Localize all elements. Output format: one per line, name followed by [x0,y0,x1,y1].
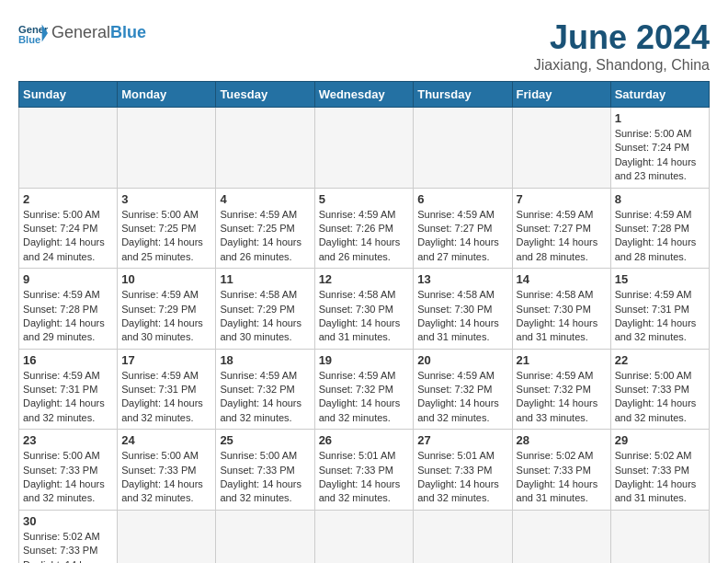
calendar-day-cell: 13Sunrise: 4:58 AMSunset: 7:30 PMDayligh… [414,269,512,350]
calendar-day-cell: 1Sunrise: 5:00 AMSunset: 7:24 PMDaylight… [610,108,709,189]
calendar-day-cell: 16Sunrise: 4:59 AMSunset: 7:31 PMDayligh… [19,349,118,430]
day-number: 16 [23,353,113,367]
calendar-day-cell: 4Sunrise: 4:59 AMSunset: 7:25 PMDaylight… [216,188,314,269]
calendar-day-cell: 12Sunrise: 4:58 AMSunset: 7:30 PMDayligh… [314,269,414,350]
day-info: Sunrise: 4:59 AMSunset: 7:26 PMDaylight:… [319,208,410,265]
calendar-day-cell [512,510,610,563]
calendar-week-row: 30Sunrise: 5:02 AMSunset: 7:33 PMDayligh… [19,510,710,563]
day-number: 5 [319,192,410,206]
weekday-header-saturday: Saturday [610,82,709,108]
calendar-day-cell: 26Sunrise: 5:01 AMSunset: 7:33 PMDayligh… [314,430,414,511]
calendar-day-cell: 3Sunrise: 5:00 AMSunset: 7:25 PMDaylight… [118,188,216,269]
day-number: 20 [417,353,507,367]
day-info: Sunrise: 5:00 AMSunset: 7:25 PMDaylight:… [121,208,211,265]
day-number: 25 [220,433,310,447]
calendar-day-cell: 30Sunrise: 5:02 AMSunset: 7:33 PMDayligh… [19,510,118,563]
calendar-day-cell [512,108,610,189]
day-number: 17 [121,353,211,367]
calendar-week-row: 23Sunrise: 5:00 AMSunset: 7:33 PMDayligh… [19,430,710,511]
calendar-day-cell: 11Sunrise: 4:58 AMSunset: 7:29 PMDayligh… [216,269,314,350]
calendar-day-cell: 29Sunrise: 5:02 AMSunset: 7:33 PMDayligh… [610,430,709,511]
page-header: General Blue GeneralBlue June 2024 Jiaxi… [18,18,710,74]
day-number: 24 [121,433,211,447]
day-info: Sunrise: 5:01 AMSunset: 7:33 PMDaylight:… [417,449,507,506]
calendar-week-row: 9Sunrise: 4:59 AMSunset: 7:28 PMDaylight… [19,269,710,350]
weekday-header-thursday: Thursday [414,82,512,108]
calendar-day-cell [314,108,414,189]
day-number: 27 [417,433,507,447]
calendar-day-cell: 25Sunrise: 5:00 AMSunset: 7:33 PMDayligh… [216,430,314,511]
day-info: Sunrise: 4:59 AMSunset: 7:27 PMDaylight:… [517,208,607,265]
calendar-day-cell: 23Sunrise: 5:00 AMSunset: 7:33 PMDayligh… [19,430,118,511]
calendar-week-row: 2Sunrise: 5:00 AMSunset: 7:24 PMDaylight… [19,188,710,269]
calendar-day-cell: 20Sunrise: 4:59 AMSunset: 7:32 PMDayligh… [414,349,512,430]
day-info: Sunrise: 4:58 AMSunset: 7:30 PMDaylight:… [517,288,607,345]
day-info: Sunrise: 5:00 AMSunset: 7:33 PMDaylight:… [121,449,211,506]
day-number: 10 [121,272,211,286]
day-info: Sunrise: 5:02 AMSunset: 7:33 PMDaylight:… [615,449,705,506]
logo: General Blue GeneralBlue [18,18,146,48]
day-info: Sunrise: 5:00 AMSunset: 7:33 PMDaylight:… [615,369,705,426]
day-number: 12 [319,272,410,286]
day-info: Sunrise: 4:58 AMSunset: 7:29 PMDaylight:… [220,288,310,345]
day-number: 30 [23,514,113,528]
month-title: June 2024 [534,18,710,57]
title-block: June 2024 Jiaxiang, Shandong, China [534,18,710,74]
day-info: Sunrise: 4:59 AMSunset: 7:25 PMDaylight:… [220,208,310,265]
day-info: Sunrise: 5:00 AMSunset: 7:24 PMDaylight:… [23,208,113,265]
day-info: Sunrise: 4:59 AMSunset: 7:28 PMDaylight:… [615,208,705,265]
calendar-day-cell: 8Sunrise: 4:59 AMSunset: 7:28 PMDaylight… [610,188,709,269]
day-number: 21 [517,353,607,367]
day-info: Sunrise: 4:59 AMSunset: 7:31 PMDaylight:… [121,369,211,426]
day-info: Sunrise: 4:59 AMSunset: 7:32 PMDaylight:… [517,369,607,426]
weekday-header-wednesday: Wednesday [314,82,414,108]
calendar-day-cell: 2Sunrise: 5:00 AMSunset: 7:24 PMDaylight… [19,188,118,269]
day-info: Sunrise: 5:00 AMSunset: 7:24 PMDaylight:… [615,127,705,184]
day-info: Sunrise: 4:59 AMSunset: 7:31 PMDaylight:… [615,288,705,345]
day-number: 28 [517,433,607,447]
calendar-day-cell: 10Sunrise: 4:59 AMSunset: 7:29 PMDayligh… [118,269,216,350]
day-info: Sunrise: 4:59 AMSunset: 7:29 PMDaylight:… [121,288,211,345]
day-number: 15 [615,272,705,286]
day-number: 11 [220,272,310,286]
day-info: Sunrise: 4:59 AMSunset: 7:27 PMDaylight:… [417,208,507,265]
weekday-header-friday: Friday [512,82,610,108]
weekday-header-tuesday: Tuesday [216,82,314,108]
calendar-day-cell: 14Sunrise: 4:58 AMSunset: 7:30 PMDayligh… [512,269,610,350]
calendar-day-cell: 22Sunrise: 5:00 AMSunset: 7:33 PMDayligh… [610,349,709,430]
day-number: 19 [319,353,410,367]
weekday-header-row: SundayMondayTuesdayWednesdayThursdayFrid… [19,82,710,108]
day-info: Sunrise: 5:02 AMSunset: 7:33 PMDaylight:… [517,449,607,506]
calendar-week-row: 16Sunrise: 4:59 AMSunset: 7:31 PMDayligh… [19,349,710,430]
calendar-day-cell: 27Sunrise: 5:01 AMSunset: 7:33 PMDayligh… [414,430,512,511]
day-info: Sunrise: 5:00 AMSunset: 7:33 PMDaylight:… [23,449,113,506]
day-number: 6 [417,192,507,206]
calendar-day-cell: 6Sunrise: 4:59 AMSunset: 7:27 PMDaylight… [414,188,512,269]
calendar-day-cell: 19Sunrise: 4:59 AMSunset: 7:32 PMDayligh… [314,349,414,430]
day-info: Sunrise: 5:02 AMSunset: 7:33 PMDaylight:… [23,530,113,563]
day-info: Sunrise: 5:00 AMSunset: 7:33 PMDaylight:… [220,449,310,506]
calendar-day-cell: 24Sunrise: 5:00 AMSunset: 7:33 PMDayligh… [118,430,216,511]
calendar-day-cell: 15Sunrise: 4:59 AMSunset: 7:31 PMDayligh… [610,269,709,350]
calendar-day-cell [414,510,512,563]
calendar-day-cell: 28Sunrise: 5:02 AMSunset: 7:33 PMDayligh… [512,430,610,511]
calendar-day-cell [610,510,709,563]
calendar-day-cell: 7Sunrise: 4:59 AMSunset: 7:27 PMDaylight… [512,188,610,269]
calendar-week-row: 1Sunrise: 5:00 AMSunset: 7:24 PMDaylight… [19,108,710,189]
calendar-day-cell: 18Sunrise: 4:59 AMSunset: 7:32 PMDayligh… [216,349,314,430]
day-info: Sunrise: 4:59 AMSunset: 7:32 PMDaylight:… [220,369,310,426]
calendar-day-cell [19,108,118,189]
day-info: Sunrise: 4:59 AMSunset: 7:31 PMDaylight:… [23,369,113,426]
calendar-day-cell [216,510,314,563]
day-number: 22 [615,353,705,367]
day-number: 4 [220,192,310,206]
day-info: Sunrise: 4:59 AMSunset: 7:32 PMDaylight:… [417,369,507,426]
day-number: 23 [23,433,113,447]
calendar-day-cell: 17Sunrise: 4:59 AMSunset: 7:31 PMDayligh… [118,349,216,430]
day-info: Sunrise: 4:59 AMSunset: 7:28 PMDaylight:… [23,288,113,345]
day-info: Sunrise: 5:01 AMSunset: 7:33 PMDaylight:… [319,449,410,506]
day-info: Sunrise: 4:59 AMSunset: 7:32 PMDaylight:… [319,369,410,426]
day-number: 14 [517,272,607,286]
calendar-table: SundayMondayTuesdayWednesdayThursdayFrid… [18,81,710,563]
day-number: 7 [517,192,607,206]
